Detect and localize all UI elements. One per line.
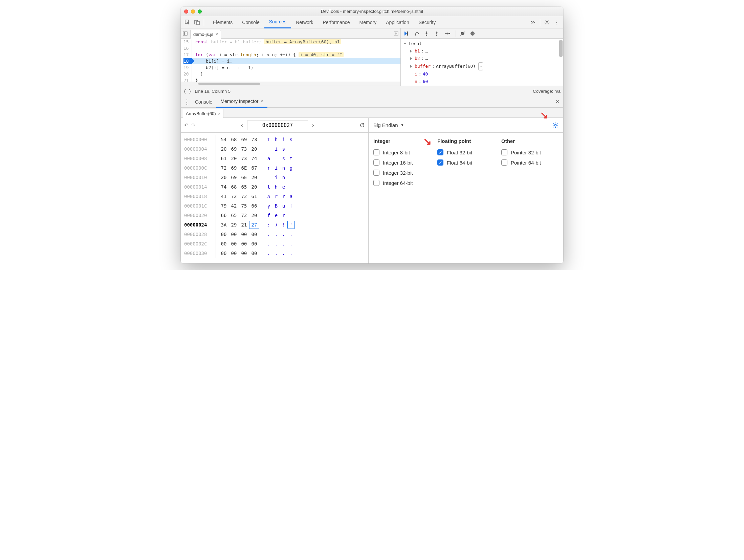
checkbox-icon[interactable] <box>373 170 379 176</box>
resume-icon[interactable] <box>404 31 411 36</box>
checkbox-icon[interactable] <box>501 159 507 166</box>
refresh-icon[interactable] <box>359 123 365 128</box>
hex-toolbar: ↶ ↷ ‹ › <box>181 118 368 133</box>
drawer-tab-console[interactable]: Console <box>191 96 216 108</box>
horizontal-scrollbar[interactable] <box>181 82 400 86</box>
navigator-toggle-icon[interactable] <box>183 31 190 36</box>
checkbox-icon[interactable]: ✓ <box>437 149 443 155</box>
type-option[interactable]: ✓Float 32-bit <box>437 147 495 157</box>
close-icon[interactable]: × <box>260 99 263 104</box>
scope-local[interactable]: Local <box>401 40 563 47</box>
checkbox-icon[interactable] <box>373 159 379 166</box>
step-icon[interactable] <box>445 31 452 36</box>
hex-row[interactable]: 0000002800000000.... <box>184 230 365 239</box>
hex-row[interactable]: 0000000861207374a st <box>184 154 365 163</box>
hex-row[interactable]: 0000001C79427566yBuf <box>184 201 365 211</box>
scope-tree: Local b1: …b2: …buffer: ArrayBuffer(60)⋯… <box>401 39 563 86</box>
pretty-print-icon[interactable]: { } <box>183 89 191 94</box>
panel-tab-console[interactable]: Console <box>237 16 264 28</box>
type-option[interactable]: Integer 32-bit <box>373 168 431 178</box>
drawer-kebab-icon[interactable]: ⋮ <box>183 98 191 106</box>
hex-row[interactable]: 0000001474686520the <box>184 182 365 192</box>
line-gutter: 15161718192021 <box>181 39 192 82</box>
endianness-dropdown[interactable]: Big Endian ▼ <box>373 122 404 128</box>
prev-page-icon[interactable]: ‹ <box>237 122 247 128</box>
more-tabs-icon[interactable]: ≫ <box>528 18 538 27</box>
hex-row[interactable]: 0000002C00000000.... <box>184 239 365 249</box>
scope-var-str[interactable]: str: "This is a string in the ArrayBuffe… <box>401 85 563 86</box>
run-snippet-icon[interactable] <box>394 31 398 36</box>
hex-row[interactable]: 0000000C72696E67ring <box>184 163 365 173</box>
scope-var-n[interactable]: n: 60 <box>401 78 563 85</box>
debugger-pane: Local b1: …b2: …buffer: ArrayBuffer(60)⋯… <box>401 28 563 86</box>
panel-tab-memory[interactable]: Memory <box>355 16 381 28</box>
step-over-icon[interactable] <box>414 31 421 36</box>
type-option[interactable]: Pointer 32-bit <box>501 147 559 157</box>
hex-row[interactable]: 0000000054686973This <box>184 135 365 144</box>
memory-buffer-tab[interactable]: ArrayBuffer(60) × <box>183 109 223 118</box>
step-out-icon[interactable] <box>435 31 441 36</box>
hex-row[interactable]: 0000002066657220fer <box>184 211 365 220</box>
device-toggle-icon[interactable] <box>192 18 202 27</box>
settings-gear-icon[interactable] <box>542 18 552 27</box>
scope-var-b2[interactable]: b2: … <box>401 55 563 62</box>
source-file-tab[interactable]: demo-js.js × <box>190 30 221 39</box>
checkbox-icon[interactable] <box>501 149 507 155</box>
interpreter-toolbar: Big Endian ▼ ↘ <box>369 118 563 133</box>
svg-rect-17 <box>472 33 473 35</box>
panel-tab-performance[interactable]: Performance <box>318 16 354 28</box>
chevron-down-icon: ▼ <box>401 123 404 127</box>
type-option[interactable]: Pointer 64-bit <box>501 157 559 168</box>
annotation-arrow-icon: ↘ <box>540 109 548 121</box>
drawer-tab-memory-inspector[interactable]: Memory Inspector × <box>216 96 267 108</box>
panel-tab-security[interactable]: Security <box>414 16 441 28</box>
checkbox-icon[interactable] <box>373 180 379 186</box>
hex-row[interactable]: 0000000420697320 is <box>184 144 365 154</box>
type-option[interactable]: Integer 8-bit <box>373 147 431 157</box>
panel-tab-application[interactable]: Application <box>381 16 414 28</box>
hex-row[interactable]: 0000001020696E20 in <box>184 173 365 182</box>
code-editor[interactable]: 15161718192021 const buffer = b1.buffer;… <box>181 39 400 82</box>
next-page-icon[interactable]: › <box>308 122 318 128</box>
address-navigator: ‹ › <box>237 121 318 130</box>
history-forward-icon[interactable]: ↷ <box>191 122 196 128</box>
integer-column: Integer Integer 8-bitInteger 16-bitInteg… <box>373 138 431 188</box>
checkbox-icon[interactable] <box>373 149 379 155</box>
type-option[interactable]: ✓Float 64-bit <box>437 157 495 168</box>
pause-exceptions-icon[interactable] <box>470 31 477 36</box>
scope-var-buffer[interactable]: buffer: ArrayBuffer(60)⋯ <box>401 62 563 70</box>
type-option[interactable]: Integer 16-bit <box>373 157 431 168</box>
maximize-window-icon[interactable] <box>198 9 202 14</box>
vertical-scrollbar[interactable] <box>559 40 563 85</box>
hex-row[interactable]: 0000003000000000.... <box>184 249 365 258</box>
close-icon[interactable]: × <box>218 111 221 116</box>
close-window-icon[interactable] <box>184 9 188 14</box>
memory-inspector-tabbar: ArrayBuffer(60) × <box>181 108 563 118</box>
debugger-toolbar <box>401 28 563 39</box>
deactivate-breakpoints-icon[interactable] <box>460 31 467 36</box>
drawer-close-icon[interactable]: × <box>553 98 561 105</box>
address-input[interactable] <box>247 121 308 130</box>
kebab-menu-icon[interactable]: ⋮ <box>552 18 561 27</box>
checkbox-icon[interactable]: ✓ <box>437 159 443 166</box>
history-back-icon[interactable]: ↶ <box>184 122 189 128</box>
drawer-tabbar: ⋮ ConsoleMemory Inspector × × <box>181 96 563 108</box>
coverage-status: Coverage: n/a <box>533 89 561 94</box>
hex-viewer[interactable]: 0000000054686973This0000000420697320 is … <box>181 133 368 263</box>
inspect-element-icon[interactable] <box>183 18 192 27</box>
settings-gear-icon[interactable] <box>552 122 559 128</box>
minimize-window-icon[interactable] <box>191 9 195 14</box>
panel-tab-sources[interactable]: Sources <box>264 16 291 28</box>
panel-tab-network[interactable]: Network <box>291 16 318 28</box>
panel-tab-elements[interactable]: Elements <box>208 16 237 28</box>
close-icon[interactable]: × <box>215 32 218 37</box>
svg-point-10 <box>426 35 427 36</box>
reveal-in-memory-icon[interactable]: ⋯ <box>478 62 483 70</box>
devtools-window: DevTools - memory-inspector.glitch.me/de… <box>181 7 563 263</box>
scope-var-i[interactable]: i: 40 <box>401 70 563 78</box>
hex-row[interactable]: 000000243A292127:)!' <box>184 220 365 230</box>
hex-row[interactable]: 0000001841727261Arra <box>184 192 365 201</box>
scope-var-b1[interactable]: b1: … <box>401 47 563 55</box>
step-into-icon[interactable] <box>424 31 431 36</box>
type-option[interactable]: Integer 64-bit <box>373 178 431 188</box>
